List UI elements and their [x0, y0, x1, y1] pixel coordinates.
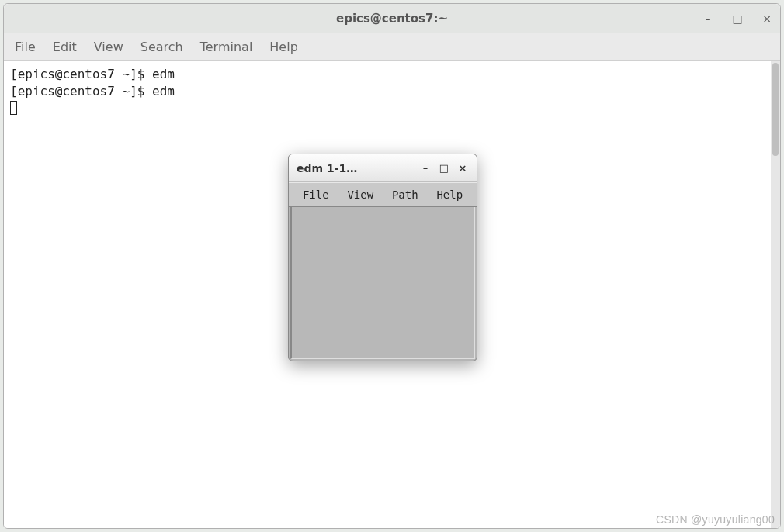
maximize-button[interactable]: □	[438, 162, 450, 174]
edm-menu-help[interactable]: Help	[436, 188, 463, 201]
terminal-titlebar[interactable]: epics@centos7:~ – □ ×	[4, 4, 780, 33]
edm-menu-view[interactable]: View	[347, 188, 373, 201]
edm-title: edm 1-1…	[297, 162, 413, 174]
maximize-button[interactable]: □	[730, 12, 744, 25]
terminal-title: epics@centos7:~	[336, 12, 448, 26]
edm-menu-file[interactable]: File	[303, 188, 329, 201]
edm-menubar: File View Path Help	[289, 182, 477, 207]
menu-help[interactable]: Help	[269, 40, 297, 54]
minimize-button[interactable]: –	[701, 12, 715, 25]
edm-titlebar[interactable]: edm 1-1… – □ ×	[289, 154, 477, 182]
scrollbar-thumb[interactable]	[772, 63, 779, 156]
menu-file[interactable]: File	[15, 40, 36, 54]
edm-body[interactable]	[290, 207, 475, 359]
terminal-menubar: File Edit View Search Terminal Help	[4, 33, 780, 61]
menu-edit[interactable]: Edit	[53, 40, 77, 54]
terminal-cursor	[10, 101, 17, 115]
close-button[interactable]: ×	[456, 162, 469, 174]
terminal-line: [epics@centos7 ~]$ edm	[10, 67, 175, 81]
menu-search[interactable]: Search	[140, 40, 183, 54]
menu-terminal[interactable]: Terminal	[200, 40, 253, 54]
terminal-line: [epics@centos7 ~]$ edm	[10, 84, 175, 98]
terminal-scrollbar[interactable]	[771, 61, 780, 528]
menu-view[interactable]: View	[94, 40, 123, 54]
minimize-button[interactable]: –	[419, 162, 432, 174]
terminal-window-controls: – □ ×	[701, 12, 774, 25]
edm-menu-path[interactable]: Path	[392, 188, 418, 201]
edm-window: edm 1-1… – □ × File View Path Help	[288, 154, 477, 361]
close-button[interactable]: ×	[760, 12, 774, 25]
